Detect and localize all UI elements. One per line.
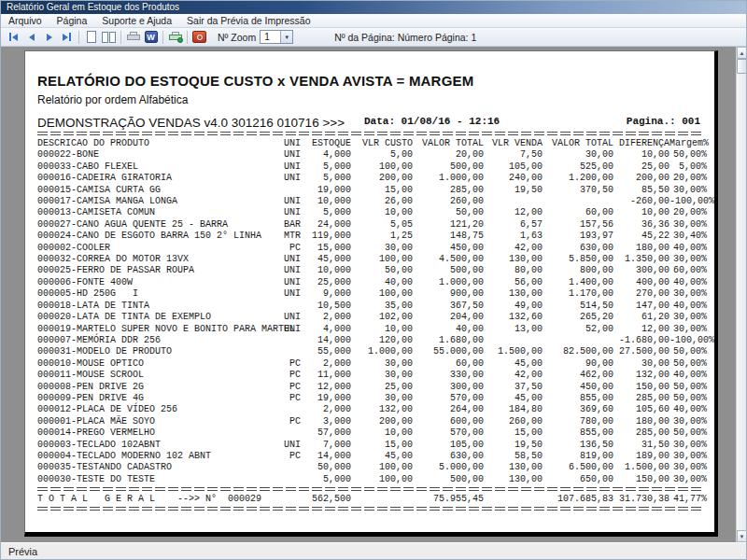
total-valor-venda: 107.685,83 xyxy=(543,494,613,505)
first-page-icon xyxy=(9,33,11,41)
last-page-icon xyxy=(63,34,68,41)
menu-item[interactable]: Sair da Prévia de Impressão xyxy=(179,14,317,27)
total-margem: 41,77% xyxy=(669,494,707,505)
double-rule xyxy=(37,507,702,511)
table-row: 000003-TECLADO 102ABNTUNI7,00015,00105,0… xyxy=(37,440,707,451)
previous-page-icon xyxy=(29,34,35,41)
report-table: DESCRICAO DO PRODUTOUNIESTOQUEVLR CUSTOV… xyxy=(37,138,707,485)
report-title: RELATÓRIO DO ESTOQUE CUSTO x VENDA AVIST… xyxy=(37,73,702,89)
toolbar-separator xyxy=(162,31,163,44)
scroll-up-icon[interactable]: ▲ xyxy=(737,47,746,59)
next-page-button[interactable] xyxy=(40,29,58,45)
table-row: 000015-CAMISA CURTA GG19,00015,00285,001… xyxy=(37,185,707,196)
exit-icon xyxy=(192,31,206,43)
table-row: 000024-CANO DE ESGOTO BARRA 150 2° LINHA… xyxy=(37,231,707,242)
menu-item[interactable]: Arquivo xyxy=(1,14,49,27)
table-row: 000031-MODELO DE PRODUTO55,0001.000,0055… xyxy=(37,346,707,357)
toolbar: W Nº Zoom 1 ▼ Nº da Página: Número Págin… xyxy=(1,28,746,47)
table-row: 000005-HD 250G IUNI9,000100,00900,00130,… xyxy=(37,288,707,300)
table-row: 000017-CAMISA MANGA LONGAUNI10,00026,002… xyxy=(37,196,707,207)
table-row: 000019-MARTELO SUPER NOVO E BONITO PARA … xyxy=(37,324,707,335)
window-titlebar: Relatório Geral em Estoque dos Produtos xyxy=(1,1,746,14)
table-row: 000025-FERRO DE PASSAR ROUPAUNI10,00050,… xyxy=(37,265,707,276)
next-page-icon xyxy=(47,34,52,41)
report-page: RELATÓRIO DO ESTOQUE CUSTO x VENDA AVIST… xyxy=(24,50,718,537)
table-row: 000012-PLACA DE VÍDEO 2562,000132,00264,… xyxy=(37,404,707,415)
table-row: 000035-TESTANDO CADASTRO50,000100,005.00… xyxy=(37,462,707,473)
single-page-icon xyxy=(87,31,96,43)
status-text: Prévia xyxy=(8,546,37,557)
toolbar-separator xyxy=(78,31,79,44)
table-row: 000030-TESTE DO TESTE5,000100,00500,0013… xyxy=(37,474,707,485)
scroll-down-icon[interactable]: ▼ xyxy=(737,530,746,542)
menu-item[interactable]: Suporte e Ajuda xyxy=(94,14,179,27)
system-version-line: DEMONSTRAÇÃO VENDAS v4.0 301216 010716 >… xyxy=(37,116,345,130)
preview-area: RELATÓRIO DO ESTOQUE CUSTO x VENDA AVIST… xyxy=(1,47,746,542)
report-date: Data: 01/08/16 - 12:16 xyxy=(364,116,500,127)
zoom-value: 1 xyxy=(261,31,280,43)
zoom-select[interactable]: 1 ▼ xyxy=(260,30,293,44)
table-row: 000004-TECLADO MODERNO 102 ABNTPC14,0004… xyxy=(37,451,707,462)
first-page-button[interactable] xyxy=(5,29,22,45)
chevron-down-icon[interactable]: ▼ xyxy=(280,31,292,43)
total-diferenca: 31.730,38 xyxy=(613,494,669,505)
table-row: 000010-MOUSE OPTICOPC2,00030,0060,0045,0… xyxy=(37,358,707,370)
window-title: Relatório Geral em Estoque dos Produtos xyxy=(7,2,179,12)
toolbar-separator xyxy=(120,31,121,44)
app-window: Relatório Geral em Estoque dos Produtos … xyxy=(0,0,747,560)
double-rule xyxy=(37,487,702,492)
table-row: 000022-BONEUNI4,0005,0020,007,5030,0010,… xyxy=(37,149,707,161)
exit-preview-button[interactable] xyxy=(190,29,208,45)
total-valor-custo: 75.955,45 xyxy=(413,494,484,505)
report-subtitle: Relatório por ordem Alfabética xyxy=(37,93,702,106)
total-row: T O T A L G E R A L -->> N° 000029 562,5… xyxy=(37,494,707,505)
table-row: 000006-FONTE 400WUNI25,00040,001.000,005… xyxy=(37,277,707,288)
vertical-scrollbar[interactable]: ▲ ▼ xyxy=(736,47,746,542)
printer-icon xyxy=(127,32,140,42)
print-setup-button[interactable] xyxy=(166,29,184,45)
menu-item[interactable]: Página xyxy=(49,14,95,27)
table-row: 000008-PEN DRIVE 2GPC12,00025,00300,0037… xyxy=(37,382,707,393)
double-rule xyxy=(37,132,702,136)
last-page-button[interactable] xyxy=(58,29,76,45)
word-icon: W xyxy=(145,31,158,43)
table-row: 000007-MEMÓRIA DDR 25614,000120,001.680,… xyxy=(37,335,707,346)
menu-bar: ArquivoPáginaSuporte e AjudaSair da Prév… xyxy=(1,14,746,28)
report-header-row: DEMONSTRAÇÃO VENDAS v4.0 301216 010716 >… xyxy=(37,114,702,129)
zoom-label: Nº Zoom xyxy=(218,32,256,43)
table-row: 000027-CANO AGUA QUENTE 25 - BARRABAR24,… xyxy=(37,219,707,231)
table-row: 000033-CABO FLEXELUNI5,000100,00500,0010… xyxy=(37,161,707,173)
export-word-button[interactable]: W xyxy=(142,29,160,45)
report-total-table: T O T A L G E R A L -->> N° 000029 562,5… xyxy=(37,494,707,505)
table-header-row: DESCRICAO DO PRODUTOUNIESTOQUEVLR CUSTOV… xyxy=(37,138,707,149)
table-row: 000032-CORREA DO MOTOR 13VXUNI45,000100,… xyxy=(37,254,707,265)
previous-page-button[interactable] xyxy=(22,29,40,45)
total-label: T O T A L G E R A L -->> N° 000029 xyxy=(37,494,301,505)
page-number-info: Nº da Página: Número Página: 1 xyxy=(334,32,476,43)
table-row: 000014-PREGO VERMELHO57,00010,00570,0015… xyxy=(37,427,707,439)
two-page-icon xyxy=(102,32,108,43)
table-row: 000020-LATA DE TINTA DE EXEMPLOUNI2,0001… xyxy=(37,312,707,323)
report-page-number: Pagina.: 001 xyxy=(627,116,700,127)
status-bar: Prévia xyxy=(1,542,746,559)
table-row: 000001-PLACA MÃE SOYOPC3,000200,00600,00… xyxy=(37,416,707,427)
table-row: 000009-PEN DRIVE 4GPC19,00030,00570,0045… xyxy=(37,393,707,404)
total-estoque: 562,500 xyxy=(301,494,351,505)
toolbar-separator xyxy=(187,31,188,44)
table-row: 000016-CADEIRA GIRATORIAUNI5,000200,001.… xyxy=(37,173,707,184)
table-row: 000013-CAMISETA COMUNUNI5,00010,0050,001… xyxy=(37,207,707,218)
print-export-icon xyxy=(169,32,182,42)
scrollbar-thumb[interactable] xyxy=(737,59,746,74)
print-button[interactable] xyxy=(124,29,142,45)
report-table-body: 000022-BONEUNI4,0005,0020,007,5030,0010,… xyxy=(37,149,707,485)
single-page-view-button[interactable] xyxy=(82,29,100,45)
table-row: 000002-COOLERPC15,00030,00450,0042,00630… xyxy=(37,243,707,254)
table-row: 000011-MOUSE SCROOLPC11,00030,00330,0042… xyxy=(37,370,707,381)
table-row: 000018-LATA DE TINTA10,50035,00367,5049,… xyxy=(37,301,707,312)
two-page-view-button[interactable] xyxy=(100,29,118,45)
